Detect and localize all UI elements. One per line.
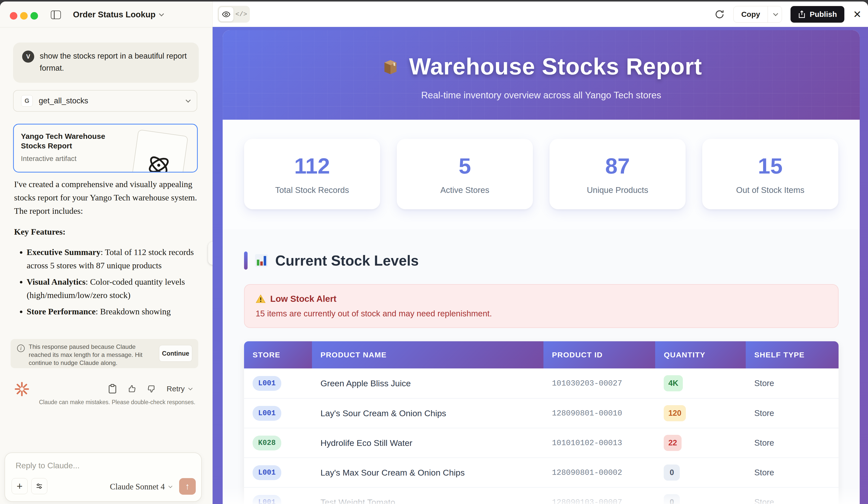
copy-button-group: Copy: [733, 6, 782, 23]
model-name: Claude Sonnet 4: [110, 482, 165, 491]
section-accent-bar: [244, 252, 248, 270]
warning-icon: [256, 294, 266, 303]
message-actions-row: Retry: [0, 381, 201, 398]
stat-value: 112: [294, 153, 330, 179]
stat-label: Unique Products: [587, 185, 648, 195]
feature-item: Store Performance: Breakdown showing: [27, 305, 201, 318]
report-title: Warehouse Stocks Report: [409, 53, 702, 80]
table-cell: 128090801-00002: [544, 458, 655, 487]
model-picker[interactable]: Claude Sonnet 4: [110, 482, 171, 491]
copy-response-icon[interactable]: [108, 384, 117, 394]
stat-label: Active Stores: [440, 185, 489, 195]
shelf-type: Store: [754, 468, 774, 477]
tool-badge: G: [21, 95, 33, 107]
copy-dropdown-button[interactable]: [768, 6, 782, 22]
publish-button[interactable]: Publish: [790, 6, 844, 23]
stat-card: 112Total Stock Records: [244, 139, 380, 209]
copy-button[interactable]: Copy: [734, 6, 768, 22]
chevron-down-icon: [773, 11, 778, 16]
alert-body: 15 items are currently out of stock and …: [256, 309, 827, 318]
close-artifact-icon[interactable]: ✕: [853, 9, 861, 20]
chat-panel: Order Status Lookup V show the stocks re…: [0, 1, 213, 504]
info-icon: i: [17, 345, 25, 352]
low-stock-alert: Low Stock Alert 15 items are currently o…: [244, 284, 839, 328]
report-subtitle: Real-time inventory overview across all …: [223, 90, 860, 101]
view-toggle: </>: [218, 6, 250, 23]
titlebar: Order Status Lookup: [0, 1, 212, 28]
table-cell: 0: [655, 458, 746, 487]
attach-button[interactable]: +: [12, 478, 28, 494]
reply-input[interactable]: [16, 461, 167, 470]
app-window: Order Status Lookup V show the stocks re…: [0, 1, 868, 504]
paused-notice: i This response paused because Claude re…: [11, 339, 198, 368]
sidebar-toggle-icon[interactable]: [51, 11, 61, 19]
table-row[interactable]: L001Green Apple Bliss Juice101030203-000…: [244, 368, 839, 398]
quantity-badge: 22: [664, 435, 681, 451]
table-header-cell: SHELF TYPE: [746, 341, 839, 368]
conversation-title-menu[interactable]: Order Status Lookup: [73, 1, 163, 28]
feature-item: Executive Summary: Total of 112 stock re…: [27, 245, 201, 272]
table-cell: Green Apple Bliss Juice: [312, 368, 544, 398]
preview-toggle-button[interactable]: [219, 7, 234, 22]
table-cell: 128090103-00007: [544, 487, 655, 504]
table-header-cell: PRODUCT ID: [544, 341, 655, 368]
report-container: Warehouse Stocks Report Real-time invent…: [223, 30, 860, 504]
tools-button[interactable]: [31, 478, 47, 494]
thumbs-down-icon[interactable]: [147, 384, 156, 393]
user-message: V show the stocks report in a beautiful …: [13, 42, 199, 83]
composer[interactable]: + Claude Sonnet 4 ↑: [4, 452, 202, 502]
product-id: 101030203-00027: [552, 379, 622, 388]
table-cell: L001: [244, 398, 312, 428]
user-message-text: show the stocks report in a beautiful re…: [40, 50, 190, 74]
paused-notice-text: This response paused because Claude reac…: [29, 343, 147, 367]
tool-call-row[interactable]: G get_all_stocks: [13, 90, 197, 112]
stat-card: 87Unique Products: [549, 139, 685, 209]
table-cell: 101010102-00013: [544, 428, 655, 458]
quantity-badge: 0: [664, 494, 680, 504]
alert-title: Low Stock Alert: [270, 294, 337, 304]
store-badge: L001: [252, 495, 281, 504]
thumbs-up-icon[interactable]: [127, 384, 136, 393]
store-badge: L001: [252, 465, 281, 480]
section-title: Current Stock Levels: [275, 252, 418, 269]
minimize-window-button[interactable]: [20, 12, 28, 20]
continue-button[interactable]: Continue: [159, 345, 192, 362]
table-cell: 22: [655, 428, 746, 458]
send-button[interactable]: ↑: [179, 478, 196, 495]
code-icon: </>: [236, 11, 247, 18]
shelf-type: Store: [754, 408, 774, 418]
user-avatar: V: [22, 51, 34, 63]
stat-card: 15Out of Stock Items: [702, 139, 838, 209]
quantity-badge: 0: [664, 464, 680, 481]
stat-label: Out of Stock Items: [736, 185, 804, 195]
product-id: 101010102-00013: [552, 439, 622, 448]
key-features-heading: Key Features:: [14, 225, 201, 239]
zoom-window-button[interactable]: [30, 12, 38, 20]
table-cell: 4K: [655, 368, 746, 398]
artifact-panel: </> Copy Publish ✕: [213, 1, 868, 504]
table-cell: K028: [244, 428, 312, 458]
refresh-icon[interactable]: [714, 9, 725, 20]
retry-button[interactable]: Retry: [167, 385, 191, 393]
conversation-title: Order Status Lookup: [73, 10, 155, 19]
code-toggle-button[interactable]: </>: [234, 7, 249, 22]
table-header-cell: STORE: [244, 341, 312, 368]
eye-icon: [222, 11, 230, 18]
close-window-button[interactable]: [10, 12, 17, 20]
shelf-type: Store: [754, 497, 774, 504]
quantity-badge: 4K: [664, 375, 683, 391]
stock-table: STOREPRODUCT NAMEPRODUCT IDQUANTITYSHELF…: [244, 341, 839, 504]
artifact-thumbnail: [129, 129, 188, 172]
table-row[interactable]: L001Test Weight Tomato128090103-000070St…: [244, 487, 839, 504]
table-header-cell: PRODUCT NAME: [312, 341, 544, 368]
table-row[interactable]: L001Lay's Sour Cream & Onion Chips128090…: [244, 398, 839, 428]
table-row[interactable]: K028Hydrolife Eco Still Water101010102-0…: [244, 428, 839, 458]
assistant-response: I've created a comprehensive and visuall…: [14, 178, 201, 321]
chevron-down-icon: [186, 97, 191, 103]
table-row[interactable]: L001Lay's Max Sour Cream & Onion Chips12…: [244, 458, 839, 487]
artifact-card[interactable]: Yango Tech Warehouse Stocks Report Inter…: [13, 124, 198, 172]
claude-logo-icon: [14, 381, 30, 397]
stat-value: 87: [605, 153, 630, 179]
table-cell: Store: [746, 398, 839, 428]
table-cell: Test Weight Tomato: [312, 487, 544, 504]
